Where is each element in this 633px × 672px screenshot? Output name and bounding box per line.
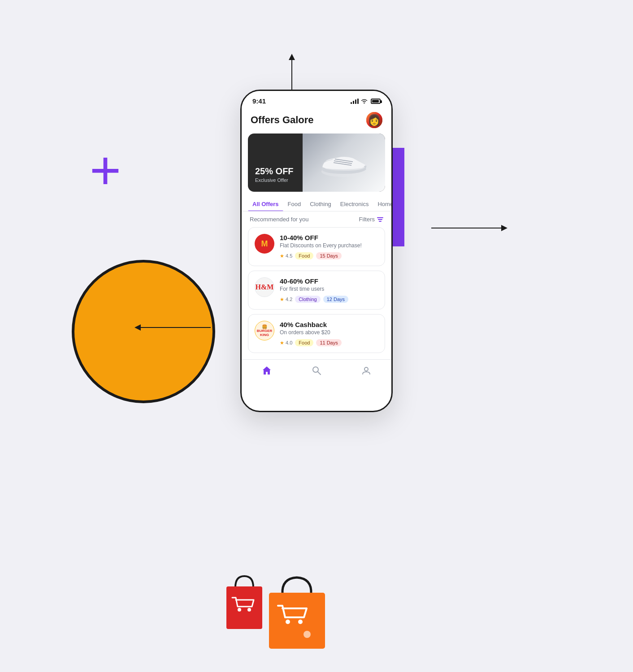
offer-info-mcdonalds: 10-40% OFF Flat Discounts on Every purch… bbox=[280, 234, 378, 259]
nav-search[interactable] bbox=[311, 365, 322, 376]
rating-value-bk: 4.0 bbox=[286, 340, 292, 345]
battery-icon bbox=[371, 99, 381, 104]
svg-point-1 bbox=[313, 367, 318, 372]
app-title: Offers Galore bbox=[251, 114, 314, 126]
rating-value-mcdonalds: 4.5 bbox=[286, 253, 292, 258]
circle-decoration bbox=[72, 260, 215, 403]
offer-title-mcdonalds: 10-40% OFF bbox=[280, 234, 378, 241]
days-tag-mcdonalds: 15 Days bbox=[316, 252, 341, 259]
orange-shopping-bag bbox=[264, 569, 330, 654]
plus-decoration: + bbox=[90, 143, 121, 197]
phone: 9:41 Offers Galore bbox=[240, 90, 393, 412]
rating-bk: ★ 4.0 bbox=[280, 340, 292, 346]
days-tag-bk: 11 Days bbox=[316, 339, 341, 346]
offer-desc-hm: For first time users bbox=[280, 286, 378, 292]
status-bar: 9:41 bbox=[242, 91, 391, 108]
offer-title-hm: 40-60% OFF bbox=[280, 277, 378, 285]
svg-rect-7 bbox=[269, 593, 325, 649]
status-time: 9:41 bbox=[252, 97, 266, 105]
filter-text: Filters bbox=[359, 216, 375, 223]
filter-icon bbox=[377, 217, 383, 222]
tab-food[interactable]: Food bbox=[283, 197, 306, 211]
svg-point-6 bbox=[247, 608, 251, 612]
bk-logo: 🍔 BURGERKING bbox=[255, 321, 274, 340]
offer-tags-hm: ★ 4.2 Clothing 12 Days bbox=[280, 296, 378, 303]
svg-line-2 bbox=[318, 372, 321, 375]
hero-background bbox=[303, 134, 385, 192]
hm-logo: H&M bbox=[255, 277, 274, 297]
hero-banner[interactable]: 25% OFF Exclusive Offer bbox=[248, 134, 385, 192]
category-tag-hm: Clothing bbox=[295, 296, 320, 303]
nav-profile[interactable] bbox=[361, 365, 372, 376]
wifi-icon bbox=[361, 99, 368, 103]
offer-info-bk: 40% Cashback On orders above $20 ★ 4.0 F… bbox=[280, 321, 378, 346]
mcdonalds-logo: M bbox=[255, 234, 274, 254]
days-tag-hm: 12 Days bbox=[323, 296, 348, 303]
offer-info-hm: 40-60% OFF For first time users ★ 4.2 Cl… bbox=[280, 277, 378, 303]
filter-button[interactable]: Filters bbox=[359, 216, 383, 223]
tab-home[interactable]: Home bbox=[373, 197, 391, 211]
nav-home[interactable] bbox=[261, 365, 272, 376]
tab-clothing[interactable]: Clothing bbox=[305, 197, 336, 211]
category-tag-mcdonalds: Food bbox=[295, 252, 313, 259]
hero-subtitle: Exclusive Offer bbox=[255, 177, 294, 183]
tab-all-offers[interactable]: All Offers bbox=[248, 197, 283, 211]
svg-rect-4 bbox=[226, 586, 262, 629]
arrow-left bbox=[139, 327, 211, 328]
rating-mcdonalds: ★ 4.5 bbox=[280, 253, 292, 259]
recommended-label: Recommended for you bbox=[250, 216, 309, 223]
offer-tags-bk: ★ 4.0 Food 11 Days bbox=[280, 339, 378, 346]
signal-icon bbox=[351, 99, 359, 104]
svg-point-9 bbox=[298, 620, 303, 624]
star-icon-hm: ★ bbox=[280, 297, 284, 302]
filter-row: Recommended for you Filters bbox=[242, 211, 391, 227]
svg-point-3 bbox=[364, 367, 368, 371]
sneaker-illustration bbox=[317, 145, 371, 181]
offers-list: M 10-40% OFF Flat Discounts on Every pur… bbox=[242, 227, 391, 353]
offer-title-bk: 40% Cashback bbox=[280, 321, 378, 328]
app-header: Offers Galore bbox=[242, 108, 391, 134]
category-tabs: All Offers Food Clothing Electronics Hom… bbox=[242, 197, 391, 211]
offer-card-hm[interactable]: H&M 40-60% OFF For first time users ★ 4.… bbox=[248, 271, 385, 310]
star-icon: ★ bbox=[280, 253, 284, 259]
avatar[interactable] bbox=[366, 112, 382, 128]
tab-electronics[interactable]: Electronics bbox=[336, 197, 373, 211]
offer-card-mcdonalds[interactable]: M 10-40% OFF Flat Discounts on Every pur… bbox=[248, 227, 385, 266]
offer-desc-bk: On orders above $20 bbox=[280, 329, 378, 336]
svg-point-8 bbox=[286, 620, 290, 624]
rating-value-hm: 4.2 bbox=[286, 297, 292, 302]
hero-discount: 25% OFF bbox=[255, 166, 294, 177]
red-shopping-bag bbox=[220, 569, 269, 636]
phone-wrapper: 9:41 Offers Galore bbox=[240, 90, 393, 412]
rating-hm: ★ 4.2 bbox=[280, 297, 292, 302]
offer-card-bk[interactable]: 🍔 BURGERKING 40% Cashback On orders abov… bbox=[248, 314, 385, 353]
hero-text: 25% OFF Exclusive Offer bbox=[255, 166, 294, 183]
svg-point-10 bbox=[303, 631, 311, 638]
offer-tags-mcdonalds: ★ 4.5 Food 15 Days bbox=[280, 252, 378, 259]
svg-point-5 bbox=[238, 608, 241, 612]
arrow-right bbox=[431, 228, 503, 228]
status-icons bbox=[351, 99, 381, 104]
category-tag-bk: Food bbox=[295, 339, 313, 346]
offer-desc-mcdonalds: Flat Discounts on Every purchase! bbox=[280, 242, 378, 249]
bottom-nav bbox=[242, 359, 391, 384]
star-icon-bk: ★ bbox=[280, 340, 284, 346]
